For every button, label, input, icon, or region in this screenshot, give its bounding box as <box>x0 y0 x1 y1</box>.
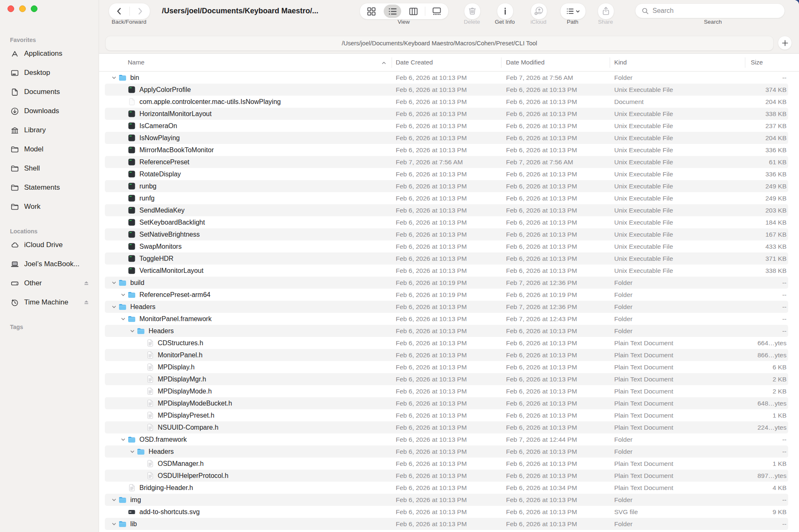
file-row[interactable]: SwapMonitorsFeb 6, 2026 at 10:13 PMFeb 6… <box>105 240 788 252</box>
file-row[interactable]: OSDUIHelperProtocol.hFeb 6, 2026 at 10:1… <box>105 470 788 482</box>
sidebar-item-statements[interactable]: Statements <box>0 178 99 197</box>
sidebar-item-documents[interactable]: Documents <box>0 82 99 101</box>
date-modified-cell: Feb 6, 2026 at 10:13 PM <box>506 349 577 361</box>
file-row[interactable]: HeadersFeb 6, 2026 at 10:13 PMFeb 6, 202… <box>105 325 788 337</box>
file-row[interactable]: NSUUID-Compare.hFeb 6, 2026 at 10:13 PMF… <box>105 421 788 433</box>
disclosure-chevron-icon[interactable] <box>110 72 118 84</box>
minimize-button[interactable] <box>19 5 26 12</box>
file-row[interactable]: MPDisplay.hFeb 6, 2026 at 10:13 PMFeb 6,… <box>105 361 788 373</box>
file-row[interactable]: MirrorMacBookToMonitorFeb 6, 2026 at 10:… <box>105 144 788 156</box>
file-row[interactable]: ReferencePresetFeb 7, 2026 at 7:56 AMFeb… <box>105 156 788 168</box>
file-row[interactable]: HorizontalMonitorLayoutFeb 6, 2026 at 10… <box>105 108 788 120</box>
icon-view-button[interactable] <box>362 3 381 19</box>
column-divider[interactable] <box>501 57 501 68</box>
current-path: /Users/joel/Documents/Keyboard Maestro/M… <box>342 40 537 47</box>
file-name: MPDisplayPreset.h <box>158 412 214 419</box>
file-row[interactable]: com.apple.controlcenter.mac-utils.IsNowP… <box>105 96 788 108</box>
zoom-button[interactable] <box>31 5 37 12</box>
file-row[interactable]: OSDManager.hFeb 6, 2026 at 10:13 PMFeb 6… <box>105 458 788 470</box>
sidebar-item-downloads[interactable]: Downloads <box>0 101 99 121</box>
file-row[interactable]: SetNativeBrightnessFeb 6, 2026 at 10:13 … <box>105 228 788 240</box>
file-row[interactable]: libFeb 6, 2026 at 10:13 PMFeb 6, 2026 at… <box>105 518 788 530</box>
file-row[interactable]: IsCameraOnFeb 6, 2026 at 10:13 PMFeb 6, … <box>105 120 788 132</box>
forward-button[interactable] <box>129 3 150 19</box>
file-row[interactable]: CDStructures.hFeb 6, 2026 at 10:13 PMFeb… <box>105 337 788 349</box>
close-button[interactable] <box>7 5 14 12</box>
file-row[interactable]: VerticalMonitorLayoutFeb 6, 2026 at 10:1… <box>105 265 788 277</box>
unix-executable-icon <box>127 156 136 168</box>
column-header-date-modified[interactable]: Date Modified <box>506 54 545 71</box>
file-row[interactable]: MonitorPanel.frameworkFeb 6, 2026 at 10:… <box>105 313 788 325</box>
file-row[interactable]: ReferencePreset-arm64Feb 6, 2026 at 10:1… <box>105 289 788 301</box>
file-row[interactable]: imgFeb 6, 2026 at 10:13 PMFeb 6, 2026 at… <box>105 494 788 506</box>
file-row[interactable]: add-to-shortcuts.svgFeb 6, 2026 at 10:13… <box>105 506 788 518</box>
file-row[interactable]: Bridging-Header.hFeb 6, 2026 at 10:13 PM… <box>105 482 788 494</box>
sidebar-item-library[interactable]: Library <box>0 121 99 140</box>
file-row[interactable]: runbgFeb 6, 2026 at 10:13 PMFeb 6, 2026 … <box>105 180 788 192</box>
gallery-view-button[interactable] <box>427 3 447 19</box>
column-header-size[interactable]: Size <box>751 54 763 71</box>
eject-icon[interactable] <box>83 280 89 286</box>
file-row[interactable]: HeadersFeb 6, 2026 at 10:13 PMFeb 7, 202… <box>105 301 788 313</box>
back-button[interactable] <box>109 3 129 19</box>
eject-icon[interactable] <box>83 299 89 305</box>
file-row[interactable]: RotateDisplayFeb 6, 2026 at 10:13 PMFeb … <box>105 168 788 180</box>
sidebar-item-other[interactable]: Other <box>0 274 99 293</box>
file-row[interactable]: SetKeyboardBacklightFeb 6, 2026 at 10:13… <box>105 216 788 228</box>
icloud-button[interactable] <box>531 3 547 20</box>
disclosure-chevron-icon[interactable] <box>110 301 118 313</box>
size-cell: 1 KB <box>772 409 787 421</box>
sidebar-item-joel-s-macbook[interactable]: Joel’s MacBook... <box>0 255 99 274</box>
chevron-spacer <box>137 470 146 482</box>
sidebar-item-work[interactable]: Work <box>0 197 99 216</box>
disclosure-chevron-icon[interactable] <box>128 325 136 337</box>
sidebar-item-shell[interactable]: Shell <box>0 159 99 178</box>
disclosure-chevron-icon[interactable] <box>119 289 127 301</box>
file-row[interactable]: MPDisplayModeBucket.hFeb 6, 2026 at 10:1… <box>105 397 788 409</box>
disclosure-chevron-icon[interactable] <box>110 518 118 530</box>
file-row[interactable]: SendMediaKeyFeb 6, 2026 at 10:13 PMFeb 6… <box>105 204 788 216</box>
column-header-kind[interactable]: Kind <box>614 54 627 71</box>
sidebar-item-model[interactable]: Model <box>0 140 99 159</box>
path-bar[interactable]: /Users/joel/Documents/Keyboard Maestro/M… <box>105 36 774 51</box>
sidebar-item-desktop[interactable]: Desktop <box>0 63 99 82</box>
file-row[interactable]: runfgFeb 6, 2026 at 10:13 PMFeb 6, 2026 … <box>105 192 788 204</box>
file-row[interactable]: IsNowPlayingFeb 6, 2026 at 10:13 PMFeb 6… <box>105 132 788 144</box>
documents-icon <box>10 87 19 97</box>
column-header-name[interactable]: Name <box>128 54 144 71</box>
sidebar-item-icloud-drive[interactable]: iCloud Drive <box>0 235 99 255</box>
column-divider[interactable] <box>745 57 745 68</box>
file-row[interactable]: OSD.frameworkFeb 6, 2026 at 10:13 PMFeb … <box>105 433 788 445</box>
delete-button[interactable] <box>464 3 481 20</box>
disclosure-chevron-icon[interactable] <box>119 313 127 325</box>
file-row[interactable]: MPDisplayMgr.hFeb 6, 2026 at 10:13 PMFeb… <box>105 373 788 385</box>
file-row[interactable]: binFeb 6, 2026 at 10:13 PMFeb 7, 2026 at… <box>105 72 788 84</box>
disclosure-chevron-icon[interactable] <box>110 494 118 506</box>
date-created-cell: Feb 6, 2026 at 10:13 PM <box>396 506 467 518</box>
disclosure-chevron-icon[interactable] <box>110 277 118 289</box>
list-view-button[interactable] <box>383 3 402 19</box>
search-input[interactable]: Search <box>635 3 785 18</box>
file-row[interactable]: MPDisplayPreset.hFeb 6, 2026 at 10:13 PM… <box>105 409 788 421</box>
path-button[interactable] <box>560 3 586 20</box>
column-header-date-created[interactable]: Date Created <box>396 54 433 71</box>
file-row[interactable]: ToggleHDRFeb 6, 2026 at 10:13 PMFeb 6, 2… <box>105 252 788 265</box>
column-divider[interactable] <box>610 57 610 68</box>
file-row[interactable]: MonitorPanel.hFeb 6, 2026 at 10:13 PMFeb… <box>105 349 788 361</box>
disclosure-chevron-icon[interactable] <box>128 445 136 458</box>
disclosure-chevron-icon[interactable] <box>119 433 127 445</box>
column-divider[interactable] <box>392 57 392 68</box>
share-button[interactable] <box>598 3 614 20</box>
file-row[interactable]: MPDisplayMode.hFeb 6, 2026 at 10:13 PMFe… <box>105 385 788 397</box>
unix-executable-icon <box>127 144 136 156</box>
add-tab-button[interactable] <box>778 36 792 50</box>
column-view-button[interactable] <box>404 3 423 19</box>
file-row[interactable]: buildFeb 6, 2026 at 10:19 PMFeb 7, 2026 … <box>105 277 788 289</box>
sidebar-item-time-machine[interactable]: Time Machine <box>0 293 99 312</box>
file-row[interactable]: HeadersFeb 6, 2026 at 10:13 PMFeb 6, 202… <box>105 445 788 458</box>
chevron-spacer <box>137 458 146 470</box>
get-info-button[interactable] <box>497 3 514 20</box>
file-row[interactable]: ApplyColorProfileFeb 6, 2026 at 10:13 PM… <box>105 84 788 96</box>
back-forward-group <box>109 3 150 20</box>
sidebar-item-applications[interactable]: Applications <box>0 44 99 63</box>
